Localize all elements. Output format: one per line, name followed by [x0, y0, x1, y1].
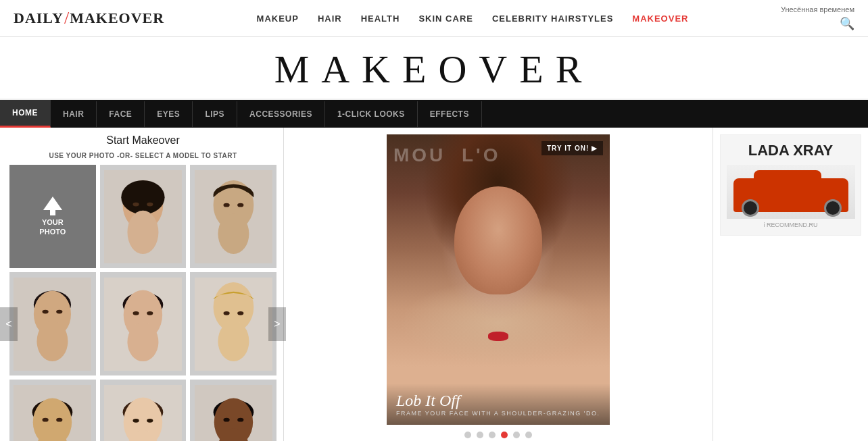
model-cell-1[interactable]	[100, 165, 187, 268]
model-face-5	[195, 278, 272, 371]
site-logo[interactable]: DAILY / MAKEOVER	[14, 8, 164, 28]
model-cell-7[interactable]	[100, 380, 187, 441]
title-bar: MAKEOVER	[0, 37, 868, 100]
model-face-1	[104, 170, 182, 263]
caption-subtitle: FRAME YOUR FACE WITH A SHOULDER-GRAZING …	[396, 410, 600, 417]
slide-dot-4[interactable]	[501, 432, 508, 438]
brand-overlay: MOU L'O	[393, 145, 500, 166]
right-panel: LADA XRAY i RECOMMEND.RU	[713, 128, 868, 441]
nav-item-hair[interactable]: HAIR	[318, 12, 342, 24]
slide-dot-6[interactable]	[525, 432, 532, 438]
model-cell-2[interactable]	[190, 165, 276, 268]
model-cell-5[interactable]	[190, 272, 276, 375]
model-face-2	[195, 170, 272, 263]
svg-point-25	[223, 311, 229, 315]
cat-nav-accessories[interactable]: ACCESSORIES	[237, 101, 325, 127]
russian-text: Унесённая временем	[781, 5, 854, 14]
cat-nav-face[interactable]: FACE	[97, 101, 145, 127]
photo-instruction: USE YOUR PHOTO -OR- SELECT A MODEL TO ST…	[9, 152, 276, 159]
nav-links: MAKEUP HAIR HEALTH SKIN CARE CELEBRITY H…	[257, 12, 689, 24]
nav-link-celebrity[interactable]: CELEBRITY HAIRSTYLES	[492, 14, 613, 24]
cat-nav-effects[interactable]: EFFECTS	[418, 101, 482, 127]
svg-point-9	[237, 203, 243, 207]
model-cell-4[interactable]	[100, 272, 187, 375]
slide-dot-2[interactable]	[477, 432, 483, 438]
svg-point-26	[237, 311, 243, 315]
cat-nav-eyes[interactable]: EYES	[145, 101, 193, 127]
model-grid-wrap: < YOURPHOTO	[9, 165, 276, 441]
search-icon[interactable]: 🔍	[840, 16, 854, 31]
nav-item-skincare[interactable]: SKIN CARE	[418, 12, 473, 24]
featured-image-wrap: MOU L'O TRY IT ON! ▶ Lob It Off FRAME YO…	[387, 134, 610, 438]
model-face-3	[14, 278, 91, 371]
try-it-on-button[interactable]: TRY IT ON! ▶	[541, 141, 603, 155]
svg-point-10	[218, 213, 249, 254]
model-cell-6[interactable]	[9, 380, 96, 441]
nav-item-health[interactable]: HEALTH	[361, 12, 400, 24]
slide-dot-5[interactable]	[513, 432, 520, 438]
carousel-next-button[interactable]: >	[268, 307, 286, 341]
center-panel: MOU L'O TRY IT ON! ▶ Lob It Off FRAME YO…	[284, 128, 713, 441]
svg-point-16	[37, 321, 68, 361]
svg-point-4	[147, 202, 153, 206]
nav-item-makeup[interactable]: MAKEUP	[257, 12, 299, 24]
model-face-7	[104, 385, 182, 441]
logo-text-part2: MAKEOVER	[70, 9, 164, 27]
category-nav: HOME HAIR FACE EYES LIPS ACCESSORIES 1-C…	[0, 100, 868, 128]
model-cell-8[interactable]	[190, 380, 276, 441]
carousel-prev-button[interactable]: <	[0, 307, 18, 341]
svg-point-21	[147, 311, 153, 315]
nav-item-celebrity[interactable]: CELEBRITY HAIRSTYLES	[492, 12, 613, 24]
svg-point-27	[218, 321, 249, 361]
cat-nav-hair[interactable]: HAIR	[51, 101, 97, 127]
cat-nav-1click[interactable]: 1-CLICK LOOKS	[325, 101, 418, 127]
model-face-8	[195, 385, 272, 441]
svg-point-38	[147, 419, 153, 423]
svg-point-14	[43, 310, 49, 314]
svg-point-43	[223, 418, 229, 422]
nav-item-makeover[interactable]: MAKEOVER	[632, 12, 688, 24]
logo-text-part1: DAILY	[14, 9, 64, 27]
ad-watermark: i RECOMMEND.RU	[764, 222, 818, 228]
model-face-6	[14, 385, 91, 441]
cat-nav-home[interactable]: HOME	[0, 100, 51, 128]
upload-arrow-stem	[50, 209, 55, 215]
logo-slash: /	[64, 8, 69, 28]
face-layer	[454, 186, 542, 294]
dots-navigation	[387, 432, 610, 438]
header: DAILY / MAKEOVER MAKEUP HAIR HEALTH SKIN…	[0, 0, 868, 37]
model-face-4	[104, 278, 182, 371]
car-wheel-right	[824, 199, 842, 217]
lips-detail	[488, 332, 508, 341]
nav-link-health[interactable]: HEALTH	[361, 14, 400, 24]
start-makeover-title: Start Makeover	[9, 134, 276, 147]
nav-link-skincare[interactable]: SKIN CARE	[418, 14, 473, 24]
main-nav: MAKEUP HAIR HEALTH SKIN CARE CELEBRITY H…	[257, 12, 689, 24]
svg-point-37	[133, 419, 139, 423]
cat-nav-lips[interactable]: LIPS	[193, 101, 237, 127]
nav-link-hair[interactable]: HAIR	[318, 14, 342, 24]
svg-point-20	[133, 311, 139, 315]
svg-point-44	[237, 418, 243, 422]
nav-link-makeup[interactable]: MAKEUP	[257, 14, 299, 24]
slide-dot-3[interactable]	[489, 432, 496, 438]
your-photo-label: YOURPHOTO	[39, 218, 66, 236]
svg-point-8	[223, 203, 229, 207]
svg-point-5	[128, 210, 159, 253]
ad-car-image	[727, 165, 855, 219]
model-cell-3[interactable]	[9, 272, 96, 375]
slide-dot-1[interactable]	[464, 432, 471, 438]
svg-point-32	[57, 418, 63, 422]
caption-bar: Lob It Off FRAME YOUR FACE WITH A SHOULD…	[387, 384, 610, 425]
svg-point-15	[57, 310, 63, 314]
page-title: MAKEOVER	[0, 47, 868, 92]
svg-point-2	[121, 180, 164, 215]
nav-link-makeover[interactable]: MAKEOVER	[632, 14, 688, 24]
main-layout: Start Makeover USE YOUR PHOTO -OR- SELEC…	[0, 128, 868, 441]
svg-point-22	[128, 322, 159, 361]
ad-title: LADA XRAY	[748, 142, 834, 159]
model-grid: YOURPHOTO	[9, 165, 276, 441]
your-photo-cell[interactable]: YOURPHOTO	[9, 165, 96, 268]
svg-point-31	[43, 418, 49, 422]
car-wheel-left	[742, 199, 759, 217]
